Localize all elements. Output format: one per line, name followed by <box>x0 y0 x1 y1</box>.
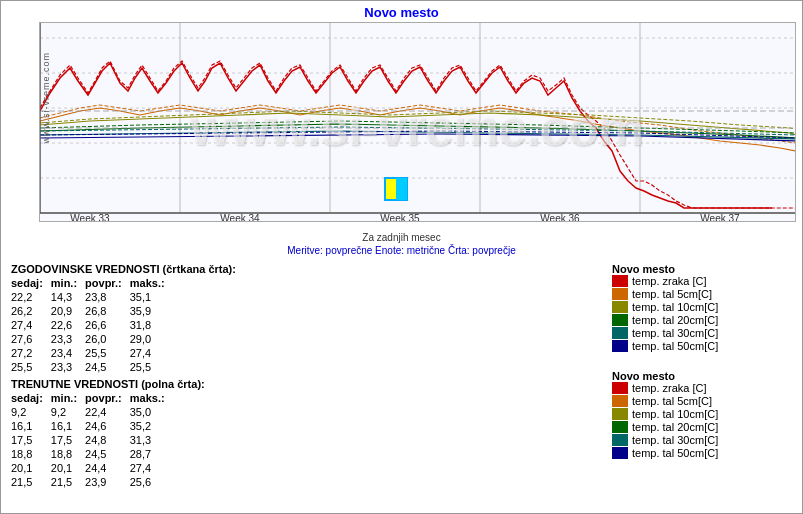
curr-legend-label-3: temp. tal 20cm[C] <box>632 421 718 433</box>
table-row: 18,8 18,8 24,5 28,7 <box>11 447 173 461</box>
h-sedaj-5: 25,5 <box>11 360 51 374</box>
curr-legend-swatch-2 <box>612 408 628 420</box>
curr-legend-item-2: temp. tal 10cm[C] <box>612 408 792 420</box>
legend-item-4: temp. tal 30cm[C] <box>612 327 792 339</box>
h-maks-1: 35,9 <box>130 304 173 318</box>
c-min-0: 9,2 <box>51 405 85 419</box>
legend-label-4: temp. tal 30cm[C] <box>632 327 718 339</box>
historic-table: sedaj: min.: povpr.: maks.: 22,2 14,3 23… <box>11 276 173 374</box>
h-povpr-5: 24,5 <box>85 360 130 374</box>
legend-swatch-5 <box>612 340 628 352</box>
curr-legend-item-4: temp. tal 30cm[C] <box>612 434 792 446</box>
data-columns: ZGODOVINSKE VREDNOSTI (črtkana črta): se… <box>11 263 792 489</box>
table-row: 9,2 9,2 22,4 35,0 <box>11 405 173 419</box>
historic-title: ZGODOVINSKE VREDNOSTI (črtkana črta): <box>11 263 592 275</box>
c-povpr-2: 24,8 <box>85 433 130 447</box>
c-min-5: 21,5 <box>51 475 85 489</box>
table-row: 25,5 23,3 24,5 25,5 <box>11 360 173 374</box>
h-min-1: 20,9 <box>51 304 85 318</box>
current-table: sedaj: min.: povpr.: maks.: 9,2 9,2 22,4… <box>11 391 173 489</box>
curr-legend-label-2: temp. tal 10cm[C] <box>632 408 718 420</box>
h-maks-5: 25,5 <box>130 360 173 374</box>
h-povpr-4: 25,5 <box>85 346 130 360</box>
legend-swatch-1 <box>612 288 628 300</box>
table-row: 22,2 14,3 23,8 35,1 <box>11 290 173 304</box>
c-min-1: 16,1 <box>51 419 85 433</box>
c-povpr-5: 23,9 <box>85 475 130 489</box>
h-povpr-2: 26,6 <box>85 318 130 332</box>
curr-legend-label-0: temp. zraka [C] <box>632 382 707 394</box>
chart-subtitle2: Meritve: povprečne Enote: metrične Črta:… <box>1 245 802 260</box>
h-povpr-3: 26,0 <box>85 332 130 346</box>
h-sedaj-2: 27,4 <box>11 318 51 332</box>
historic-legend: Novo mesto temp. zraka [C] temp. tal 5cm… <box>612 263 792 489</box>
table-row: 27,2 23,4 25,5 27,4 <box>11 346 173 360</box>
legend-label-2: temp. tal 10cm[C] <box>632 301 718 313</box>
c-maks-2: 31,3 <box>130 433 173 447</box>
chart-svg: 10 15 20 25 30 Week 33 Week 34 Week 35 W… <box>39 22 796 222</box>
current-header-row: sedaj: min.: povpr.: maks.: <box>11 391 173 405</box>
current-title: TRENUTNE VREDNOSTI (polna črta): <box>11 378 592 390</box>
historic-section: ZGODOVINSKE VREDNOSTI (črtkana črta): se… <box>11 263 592 489</box>
historic-col-sedaj: sedaj: <box>11 276 51 290</box>
c-povpr-1: 24,6 <box>85 419 130 433</box>
legend-swatch-3 <box>612 314 628 326</box>
table-row: 20,1 20,1 24,4 27,4 <box>11 461 173 475</box>
c-min-3: 18,8 <box>51 447 85 461</box>
current-station: Novo mesto <box>612 370 792 382</box>
legend-swatch-2 <box>612 301 628 313</box>
curr-legend-label-5: temp. tal 50cm[C] <box>632 447 718 459</box>
svg-text:Week 36: Week 36 <box>540 213 580 222</box>
legend-item-2: temp. tal 10cm[C] <box>612 301 792 313</box>
table-row: 17,5 17,5 24,8 31,3 <box>11 433 173 447</box>
curr-legend-item-1: temp. tal 5cm[C] <box>612 395 792 407</box>
c-maks-1: 35,2 <box>130 419 173 433</box>
chart-area: www.si-vreme.com 10 15 20 25 30 Week 33 <box>39 22 794 232</box>
c-sedaj-5: 21,5 <box>11 475 51 489</box>
historic-header-row: sedaj: min.: povpr.: maks.: <box>11 276 173 290</box>
current-col-povpr: povpr.: <box>85 391 130 405</box>
curr-legend-item-5: temp. tal 50cm[C] <box>612 447 792 459</box>
c-min-2: 17,5 <box>51 433 85 447</box>
curr-legend-label-4: temp. tal 30cm[C] <box>632 434 718 446</box>
current-col-sedaj: sedaj: <box>11 391 51 405</box>
curr-legend-label-1: temp. tal 5cm[C] <box>632 395 712 407</box>
c-povpr-4: 24,4 <box>85 461 130 475</box>
c-povpr-0: 22,4 <box>85 405 130 419</box>
chart-title: Novo mesto <box>1 1 802 22</box>
h-min-0: 14,3 <box>51 290 85 304</box>
historic-col-povpr: povpr.: <box>85 276 130 290</box>
h-maks-4: 27,4 <box>130 346 173 360</box>
curr-legend-swatch-1 <box>612 395 628 407</box>
h-sedaj-1: 26,2 <box>11 304 51 318</box>
c-maks-0: 35,0 <box>130 405 173 419</box>
legend-item-0: temp. zraka [C] <box>612 275 792 287</box>
table-row: 16,1 16,1 24,6 35,2 <box>11 419 173 433</box>
legend-label-0: temp. zraka [C] <box>632 275 707 287</box>
h-min-4: 23,4 <box>51 346 85 360</box>
legend-label-1: temp. tal 5cm[C] <box>632 288 712 300</box>
legend-label-5: temp. tal 50cm[C] <box>632 340 718 352</box>
c-sedaj-4: 20,1 <box>11 461 51 475</box>
h-maks-3: 29,0 <box>130 332 173 346</box>
c-sedaj-2: 17,5 <box>11 433 51 447</box>
h-povpr-1: 26,8 <box>85 304 130 318</box>
svg-text:Week 34: Week 34 <box>220 213 260 222</box>
h-sedaj-4: 27,2 <box>11 346 51 360</box>
legend-item-3: temp. tal 20cm[C] <box>612 314 792 326</box>
h-maks-0: 35,1 <box>130 290 173 304</box>
data-section: ZGODOVINSKE VREDNOSTI (črtkana črta): se… <box>1 260 802 489</box>
h-sedaj-3: 27,6 <box>11 332 51 346</box>
table-row: 21,5 21,5 23,9 25,6 <box>11 475 173 489</box>
c-maks-4: 27,4 <box>130 461 173 475</box>
h-povpr-0: 23,8 <box>85 290 130 304</box>
chart-subtitle: Za zadnjih mesec <box>1 232 802 245</box>
legend-swatch-0 <box>612 275 628 287</box>
legend-item-1: temp. tal 5cm[C] <box>612 288 792 300</box>
svg-text:Week 37: Week 37 <box>700 213 740 222</box>
legend-label-3: temp. tal 20cm[C] <box>632 314 718 326</box>
curr-legend-swatch-3 <box>612 421 628 433</box>
curr-legend-swatch-5 <box>612 447 628 459</box>
c-maks-5: 25,6 <box>130 475 173 489</box>
table-row: 26,2 20,9 26,8 35,9 <box>11 304 173 318</box>
